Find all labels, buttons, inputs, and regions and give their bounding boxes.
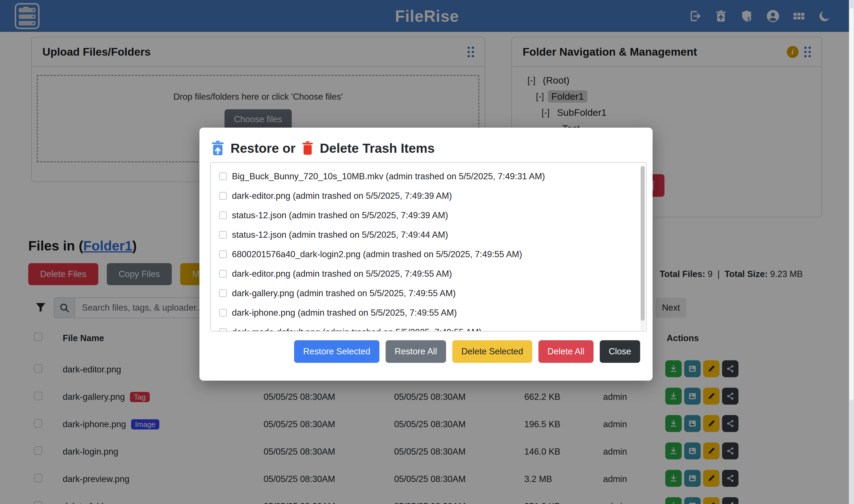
trash-item-checkbox[interactable]	[219, 212, 227, 219]
delete-all-button[interactable]: Delete All	[538, 340, 593, 363]
trash-item-checkbox[interactable]	[219, 309, 227, 317]
trash-item-text: dark-editor.png (admin trashed on 5/5/20…	[232, 191, 452, 201]
trash-list-item: dark-mode-default.png (admin trashed on …	[211, 322, 646, 331]
page-scrollbar[interactable]	[849, 0, 854, 504]
trash-list-item: status-12.json (admin trashed on 5/5/202…	[211, 205, 646, 225]
trash-modal: Restore or Delete Trash Items Big_Buck_B…	[199, 128, 653, 381]
trash-item-checkbox[interactable]	[219, 250, 227, 258]
restore-trash-blue-icon	[211, 140, 225, 157]
trash-item-text: dark-editor.png (admin trashed on 5/5/20…	[232, 269, 452, 279]
delete-selected-button[interactable]: Delete Selected	[452, 340, 532, 363]
trash-item-text: dark-mode-default.png (admin trashed on …	[232, 327, 482, 332]
close-button[interactable]: Close	[600, 340, 640, 363]
restore-all-button[interactable]: Restore All	[386, 340, 446, 363]
trash-modal-title: Restore or Delete Trash Items	[211, 140, 435, 157]
modal-title-restore: Restore or	[231, 141, 296, 156]
trash-item-text: dark-gallery.png (admin trashed on 5/5/2…	[232, 288, 456, 299]
trash-item-text: status-12.json (admin trashed on 5/5/202…	[232, 230, 448, 240]
trash-item-checkbox[interactable]	[219, 270, 227, 277]
trash-item-checkbox[interactable]	[219, 192, 227, 200]
trash-list-item: dark-editor.png (admin trashed on 5/5/20…	[211, 186, 646, 205]
trash-list-item: status-12.json (admin trashed on 5/5/202…	[211, 225, 646, 245]
trash-item-checkbox[interactable]	[219, 231, 227, 239]
trash-item-text: Big_Buck_Bunny_720_10s_10MB.mkv (admin t…	[232, 172, 545, 182]
modal-title-delete: Delete Trash Items	[320, 141, 435, 156]
restore-selected-button[interactable]: Restore Selected	[294, 340, 379, 363]
trash-list-item: dark-editor.png (admin trashed on 5/5/20…	[211, 264, 646, 284]
trash-list-item: dark-iphone.png (admin trashed on 5/5/20…	[211, 303, 646, 322]
trash-list-item: dark-gallery.png (admin trashed on 5/5/2…	[211, 284, 646, 303]
trash-item-checkbox[interactable]	[219, 289, 227, 297]
trash-item-text: 6800201576a40_dark-login2.png (admin tra…	[232, 249, 522, 259]
trash-item-checkbox[interactable]	[219, 173, 227, 180]
trash-item-checkbox[interactable]	[219, 328, 227, 331]
trash-item-text: dark-iphone.png (admin trashed on 5/5/20…	[232, 308, 457, 318]
modal-buttons: Restore SelectedRestore AllDelete Select…	[294, 340, 640, 363]
delete-trash-red-icon	[301, 140, 314, 157]
trash-item-text: status-12.json (admin trashed on 5/5/202…	[232, 210, 448, 220]
trash-items-list: Big_Buck_Bunny_720_10s_10MB.mkv (admin t…	[210, 162, 647, 331]
trash-list-item: Big_Buck_Bunny_720_10s_10MB.mkv (admin t…	[211, 167, 646, 186]
trash-list-item: 6800201576a40_dark-login2.png (admin tra…	[211, 245, 646, 264]
